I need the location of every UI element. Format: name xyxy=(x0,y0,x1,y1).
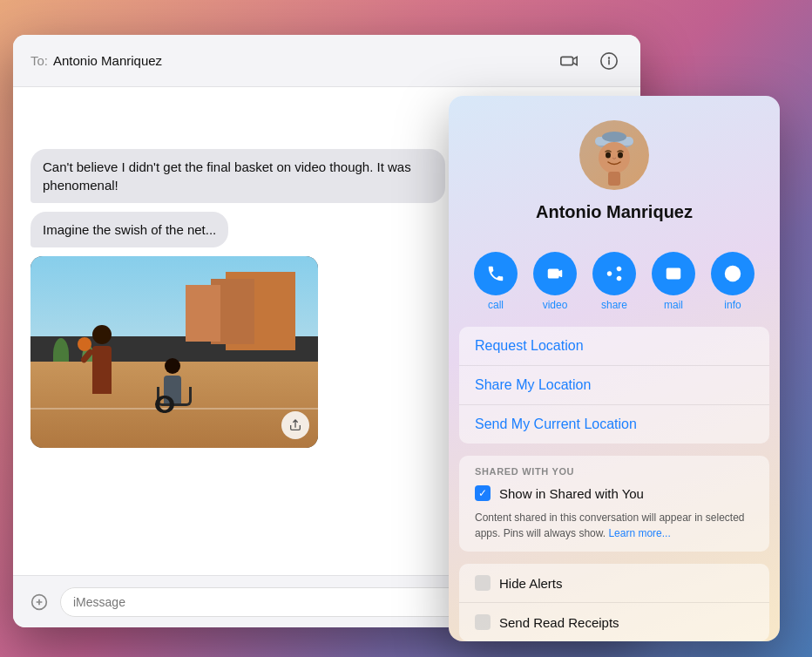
court-line xyxy=(30,408,318,410)
add-attachment-button[interactable] xyxy=(27,590,51,614)
mail-icon-circle xyxy=(652,252,695,295)
message-bubble-incoming-2: Imagine the swish of the net... xyxy=(30,212,228,247)
shared-with-you-title: SHARED WITH YOU xyxy=(475,466,754,477)
send-current-location-item[interactable]: Send My Current Location xyxy=(459,405,769,444)
call-icon-circle xyxy=(474,252,518,295)
player-2-head xyxy=(165,358,180,374)
photo-share-button[interactable] xyxy=(281,411,309,439)
photo-message xyxy=(30,256,318,448)
player-1-head xyxy=(92,325,112,344)
player-2 xyxy=(157,376,174,406)
building-3 xyxy=(186,285,220,342)
avatar-image xyxy=(584,125,645,186)
svg-point-15 xyxy=(725,266,741,281)
send-read-receipts-row[interactable]: Send Read Receipts xyxy=(459,603,769,641)
info-panel: Antonio Manriquez call video xyxy=(449,96,780,641)
action-video[interactable]: video xyxy=(533,252,577,311)
svg-point-10 xyxy=(599,142,630,173)
send-read-receipts-label: Send Read Receipts xyxy=(499,615,619,630)
basketball-photo xyxy=(30,256,318,448)
shared-description: Content shared in this conversation will… xyxy=(475,510,754,541)
send-read-receipts-checkbox[interactable] xyxy=(475,614,491,630)
shared-checkbox[interactable]: ✓ xyxy=(475,485,491,501)
contact-avatar-section: Antonio Manriquez xyxy=(449,120,780,240)
alerts-section: Hide Alerts Send Read Receipts xyxy=(459,564,769,641)
learn-more-link[interactable]: Learn more... xyxy=(608,527,670,539)
svg-rect-0 xyxy=(561,57,573,64)
show-in-shared-label: Show in Shared with You xyxy=(499,486,644,501)
header-icons xyxy=(555,47,623,75)
shared-with-you-section: SHARED WITH YOU ✓ Show in Shared with Yo… xyxy=(459,456,769,552)
video-call-button[interactable] xyxy=(555,47,583,75)
action-call[interactable]: call xyxy=(474,252,518,311)
contact-full-name: Antonio Manriquez xyxy=(536,202,693,222)
hide-alerts-checkbox[interactable] xyxy=(475,575,491,591)
info-button[interactable] xyxy=(595,47,623,75)
svg-point-12 xyxy=(618,152,623,159)
svg-point-11 xyxy=(606,152,611,159)
avatar xyxy=(579,120,649,190)
location-list: Request Location Share My Location Send … xyxy=(459,327,769,444)
action-buttons-row: call video share xyxy=(449,240,780,327)
action-share[interactable]: share xyxy=(592,252,636,311)
share-icon-circle xyxy=(592,252,636,295)
wheelchair-wheel-r xyxy=(157,396,174,413)
request-location-item[interactable]: Request Location xyxy=(459,327,769,366)
svg-point-9 xyxy=(602,132,626,142)
show-in-shared-row[interactable]: ✓ Show in Shared with You xyxy=(475,485,754,501)
to-label: To: xyxy=(30,53,48,68)
share-my-location-item[interactable]: Share My Location xyxy=(459,366,769,405)
video-label: video xyxy=(543,299,568,311)
message-bubble-incoming-1: Can't believe I didn't get the final bas… xyxy=(30,149,445,203)
player-1 xyxy=(88,346,107,394)
info-label: info xyxy=(724,299,741,311)
video-icon-circle xyxy=(533,252,577,295)
svg-rect-13 xyxy=(608,172,620,186)
action-info[interactable]: info xyxy=(711,252,754,311)
mail-label: mail xyxy=(664,299,683,311)
hide-alerts-row[interactable]: Hide Alerts xyxy=(459,564,769,603)
top-bar: To: Antonio Manriquez xyxy=(13,35,640,87)
action-mail[interactable]: mail xyxy=(652,252,695,311)
share-label: share xyxy=(601,299,627,311)
call-label: call xyxy=(488,299,504,311)
hide-alerts-label: Hide Alerts xyxy=(499,576,563,591)
contact-name-header: Antonio Manriquez xyxy=(53,53,555,68)
info-icon-circle xyxy=(711,252,754,295)
player-1-body xyxy=(92,346,112,394)
